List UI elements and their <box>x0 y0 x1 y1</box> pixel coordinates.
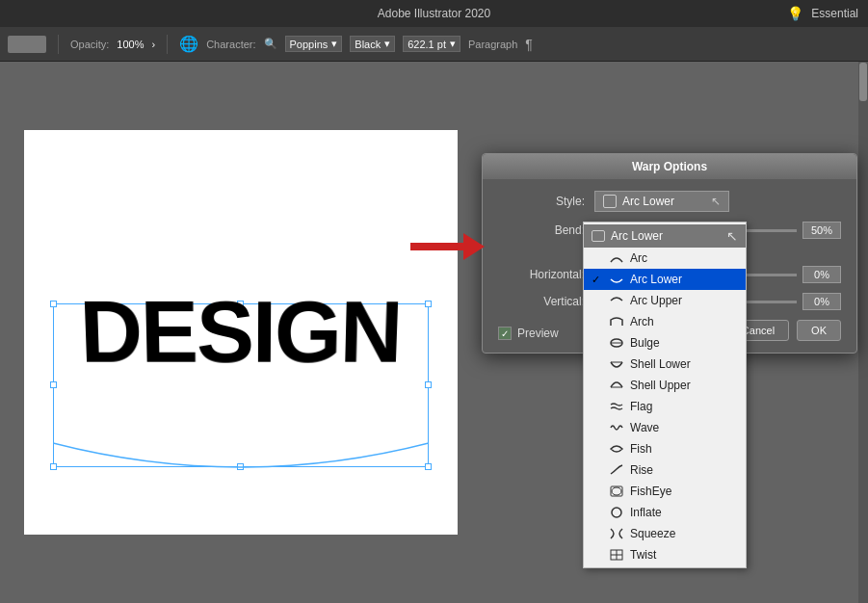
character-label: Character: <box>206 39 255 50</box>
fisheye-label: FishEye <box>630 485 671 498</box>
scrollbar-thumb[interactable] <box>859 63 867 101</box>
toolbar-sep-1 <box>58 35 59 54</box>
inflate-icon <box>609 506 624 519</box>
style-dropdown-icon <box>603 195 617 208</box>
wave-label: Wave <box>630 421 659 434</box>
bend-label: Bend: <box>498 223 585 237</box>
wave-icon <box>609 421 624 434</box>
dropdown-item-rise[interactable]: Rise <box>584 459 746 481</box>
inflate-label: Inflate <box>630 506 662 519</box>
handle-ml[interactable] <box>50 381 57 388</box>
dropdown-item-inflate[interactable]: Inflate <box>584 502 746 523</box>
title-bar: Adobe Illustrator 2020 💡 Essential <box>0 0 868 27</box>
dropdown-item-flag[interactable]: Flag <box>584 396 746 417</box>
preview-checkbox-row: ✓ Preview <box>498 327 559 340</box>
arc-lower-icon <box>609 273 624 286</box>
font-dropdown-arrow: ▾ <box>331 38 337 50</box>
tool-block <box>8 36 46 53</box>
dropdown-item-arch[interactable]: Arch <box>584 311 746 332</box>
cursor-arrow: ↖ <box>726 228 738 244</box>
dropdown-item-fisheye[interactable]: FishEye <box>584 481 746 502</box>
ok-button[interactable]: OK <box>797 320 841 341</box>
font-dropdown[interactable]: Poppins ▾ <box>285 36 343 52</box>
preview-checkbox[interactable]: ✓ <box>498 327 512 340</box>
paragraph-label: Paragraph <box>468 39 517 50</box>
style-dropdown-menu: Arc Lower ↖ Arc ✓ <box>583 222 747 568</box>
style-dropdown[interactable]: Arc Lower ↖ <box>594 191 729 212</box>
color-dropdown[interactable]: Black ▾ <box>350 36 395 52</box>
warp-curve <box>53 433 429 482</box>
arrow-body <box>410 243 463 250</box>
vertical-value[interactable]: 0% <box>802 293 841 310</box>
twist-label: Twist <box>630 548 656 562</box>
dropdown-item-twist[interactable]: Twist <box>584 544 746 565</box>
white-canvas: DESIGN <box>24 130 458 535</box>
fisheye-icon <box>609 485 624 498</box>
size-dropdown[interactable]: 622.1 pt ▾ <box>403 36 460 52</box>
dropdown-item-arc[interactable]: Arc <box>584 248 746 269</box>
size-value: 622.1 pt <box>408 39 446 50</box>
toolbar-sep-2 <box>167 35 168 54</box>
opacity-arrow: › <box>152 39 156 50</box>
toolbar: Opacity: 100% › 🌐 Character: 🔍 Poppins ▾… <box>0 27 868 62</box>
preview-label: Preview <box>517 327 559 340</box>
vertical-label: Vertical: <box>498 295 585 308</box>
shell-upper-icon <box>609 379 624 392</box>
style-row: Style: Arc Lower ↖ Arc Lower ↖ <box>498 191 841 212</box>
dropdown-header[interactable]: Arc Lower ↖ <box>584 224 746 248</box>
warp-dialog: Warp Options Style: Arc Lower ↖ Arc Lowe… <box>482 153 857 354</box>
dropdown-item-squeeze[interactable]: Squeeze <box>584 523 746 544</box>
opacity-value[interactable]: 100% <box>117 39 144 50</box>
header-label: Arc Lower <box>611 229 663 243</box>
horizontal-value[interactable]: 0% <box>802 266 841 283</box>
rise-label: Rise <box>630 463 653 477</box>
arc-upper-icon <box>609 294 624 307</box>
bend-value[interactable]: 50% <box>802 222 841 239</box>
dropdown-item-shell-lower[interactable]: Shell Lower <box>584 354 746 375</box>
dropdown-item-shell-upper[interactable]: Shell Upper <box>584 375 746 396</box>
dropdown-item-wave[interactable]: Wave <box>584 417 746 438</box>
font-value: Poppins <box>290 39 329 50</box>
handle-tl[interactable] <box>50 301 57 307</box>
style-label: Style: <box>498 195 585 208</box>
essential-label: Essential <box>811 7 858 20</box>
scrollbar[interactable] <box>858 62 868 603</box>
arc-lower-label: Arc Lower <box>630 273 682 286</box>
red-arrow-container <box>410 233 485 260</box>
arch-label: Arch <box>630 315 654 328</box>
twist-icon <box>609 548 624 562</box>
arc-upper-label: Arc Upper <box>630 294 682 307</box>
dialog-title: Warp Options <box>483 154 856 179</box>
flag-label: Flag <box>630 400 652 413</box>
cursor-pointer: ↖ <box>711 195 721 208</box>
canvas-area: DESIGN <box>0 62 482 603</box>
horizontal-label: Horizontal: <box>498 268 585 281</box>
arch-icon <box>609 315 624 328</box>
check-arc-lower: ✓ <box>592 274 603 286</box>
svg-point-5 <box>612 487 621 495</box>
arc-label: Arc <box>630 251 647 265</box>
paragraph-icon: ¶ <box>525 37 533 52</box>
app-title: Adobe Illustrator 2020 <box>378 7 490 20</box>
bulge-icon <box>609 336 624 350</box>
lamp-icon: 💡 <box>787 6 803 21</box>
fish-label: Fish <box>630 442 652 456</box>
size-dropdown-arrow: ▾ <box>450 38 456 50</box>
dropdown-item-bulge[interactable]: Bulge <box>584 332 746 354</box>
handle-mr[interactable] <box>425 381 432 388</box>
handle-tr[interactable] <box>425 301 432 307</box>
style-dropdown-value: Arc Lower <box>622 195 674 208</box>
dropdown-item-arc-lower[interactable]: ✓ Arc Lower <box>584 269 746 290</box>
design-text: DESIGN <box>79 282 404 381</box>
shell-lower-label: Shell Lower <box>630 357 691 371</box>
flag-icon <box>609 400 624 413</box>
dialog-body: Style: Arc Lower ↖ Arc Lower ↖ <box>483 179 856 353</box>
title-bar-right: 💡 Essential <box>787 6 858 21</box>
opacity-label: Opacity: <box>70 39 109 50</box>
dropdown-item-arc-upper[interactable]: Arc Upper <box>584 290 746 311</box>
globe-icon: 🌐 <box>179 35 198 53</box>
search-icon: 🔍 <box>264 38 277 50</box>
dropdown-item-fish[interactable]: Fish <box>584 438 746 459</box>
color-value: Black <box>355 39 381 50</box>
shell-lower-icon <box>609 357 624 371</box>
